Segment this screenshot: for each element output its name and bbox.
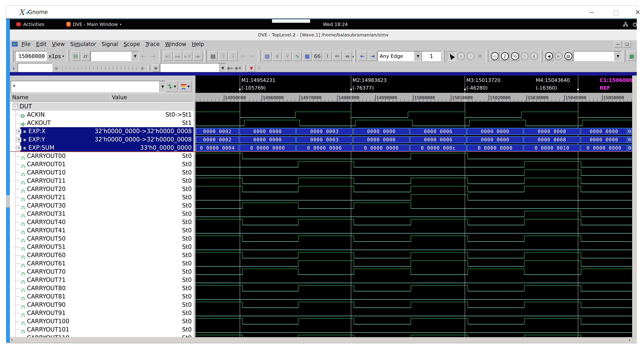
signal-row-carryout10[interactable]: CARRYOUT10St0 [10,169,194,177]
menu-signal[interactable]: Signal [102,41,118,47]
move-up-icon[interactable]: ↥ [218,51,228,61]
brkpt-bus-icon[interactable]: { } [100,65,107,72]
mdi-restore-button[interactable]: ❏ [623,41,631,48]
breakpoint-icon[interactable]: ● [139,65,146,72]
menu-help[interactable]: Help [192,41,204,47]
scope-row-dut[interactable]: DUT− [10,102,194,111]
signal-row-carryout71[interactable]: CARRYOUT71St0 [10,276,194,284]
value-column-header[interactable]: Value [110,93,194,102]
collapse-icon[interactable]: − [13,104,18,109]
waveform-panel[interactable]: M1:14954231(-105769)M2:14983623(-76377)M… [196,76,632,337]
scroll-left-icon[interactable]: ‹ [11,337,13,342]
next-view-icon[interactable]: ▶ [554,52,563,61]
clear-track-icon[interactable]: ⊕✕ [234,65,242,72]
view-combo[interactable]: ▼ [574,51,622,61]
zoom-out-icon[interactable]: − [466,52,475,61]
signal-row-carryout110[interactable]: CARRYOUT110St0 [10,334,194,337]
brkpt-edge-icon[interactable]: { } [108,65,115,72]
menu-simulator[interactable]: Simulator [70,41,96,47]
goto-time-input[interactable] [18,63,52,73]
pointer-tool-icon[interactable] [447,51,456,61]
signal-row-ackin[interactable]: ACKINSt0->St1 [10,111,194,119]
signal-row-carryout21[interactable]: CARRYOUT21St0 [10,193,194,202]
breakpoint-disable-icon[interactable]: ● [53,65,60,72]
power-icon[interactable] [632,19,638,30]
signal-row-exp:y[interactable]: EXP:Y32'h0000_0000->32'h0000_0008+ [10,135,194,144]
next-edge-icon[interactable]: ⇥ [368,51,377,61]
view-list-icon[interactable]: ▤ [564,51,573,61]
move-down-icon[interactable]: ↧ [228,51,238,61]
expand-icon[interactable]: + [16,137,22,142]
signal-row-ackout[interactable]: ACKOUTSt1 [10,119,194,127]
left-border-handle[interactable] [6,195,10,207]
signal-row-carryout90[interactable]: CARRYOUT90St0 [10,301,194,309]
app-menu-button[interactable]: DVE - Main Window ▾ [66,19,122,30]
activities-button[interactable]: Activities [16,19,44,30]
brkpt-minus-icon[interactable]: { } [84,65,91,72]
track-signal-icon[interactable]: ⊕▾ [152,64,160,72]
zoom-fit-icon[interactable]: ▭ [490,51,500,61]
show-schedule-icon[interactable]: ▦▾ [303,51,312,61]
signal-row-carryout101[interactable]: CARRYOUT101St0 [10,325,194,334]
brkpt-time-icon[interactable]: { } [92,65,99,72]
menu-view[interactable]: View [52,41,65,47]
show-source-icon[interactable]: 66▾ [313,51,322,61]
signal-display-button[interactable]: ▼ [179,81,192,92]
reload-icon[interactable]: ↻ [256,65,263,72]
brkpt-cond-icon[interactable]: { } [68,65,76,72]
edge-mode-combo[interactable]: Any Edge▼ [378,51,422,61]
find-next-icon[interactable]: → [149,52,157,61]
show-wave-icon[interactable]: ∿▾ [292,51,302,61]
name-column-header[interactable]: Name [10,93,112,102]
signal-row-carryout30[interactable]: CARRYOUT30St0 [10,202,194,210]
signal-row-carryout11[interactable]: CARRYOUT11St0 [10,177,194,185]
menu-scope[interactable]: Scope [124,41,140,47]
copy-icon[interactable]: ▤ [208,51,218,61]
previous-edge-icon[interactable]: ⇤ [358,51,367,61]
brkpt-scope1-icon[interactable]: { } [116,65,122,72]
forward-icon[interactable]: ⇨ [248,52,256,61]
signal-row-carryout61[interactable]: CARRYOUT61St0 [10,259,194,268]
clock[interactable]: Wed 18:24 [323,19,348,30]
find-previous-icon[interactable]: ← [139,52,148,61]
show-path-icon[interactable]: ⌇ [323,51,332,61]
signal-row-carryout91[interactable]: CARRYOUT91St0 [10,309,194,317]
chevron-down-icon[interactable]: ▼ [159,81,166,92]
menu-file[interactable]: File [22,41,30,47]
expand-icon[interactable]: + [16,129,22,134]
brkpt-plus-icon[interactable]: { } [76,65,83,72]
show-fanout-icon[interactable]: ⑂ [282,51,292,61]
zoom-half-icon[interactable]: ½ [510,51,519,61]
pan-tool-icon[interactable]: ✥ [476,52,484,61]
signal-row-carryout41[interactable]: CARRYOUT41St0 [10,226,194,235]
zoom-selection-icon[interactable]: ▫ [520,52,529,61]
horizontal-scrollbar[interactable]: ‹ › [10,337,637,343]
drive-z-icon[interactable]: ▸▸ [173,51,182,61]
drive-x-icon[interactable]: ▸| [163,51,172,61]
signal-row-carryout80[interactable]: CARRYOUT80St0 [10,284,194,292]
signal-row-carryout01[interactable]: CARRYOUT01St0 [10,160,194,169]
reorder-signals-button[interactable]: ▼ [165,81,178,92]
show-list-icon[interactable]: ▤ [262,51,272,61]
force-icon[interactable]: ◂▸ [193,51,202,61]
release-icon[interactable]: ▸✕ [183,51,192,61]
zoom-2x-icon[interactable]: 2 [500,51,509,61]
maximize-button[interactable]: ▢ [612,8,620,16]
goto-time-icon[interactable]: ↓ [10,65,17,72]
search-icon[interactable]: ⌭ [81,51,90,61]
add-signal-group-icon[interactable]: ⊟ [71,51,80,61]
signal-row-exp:sum[interactable]: EXP:SUM33'h0_0000_0000+ [10,144,194,152]
menu-trace[interactable]: Trace [145,41,160,47]
signal-row-carryout40[interactable]: CARRYOUT40St0 [10,218,194,226]
brkpt-line-icon[interactable]: { } [61,65,68,72]
scroll-right-icon[interactable]: › [629,337,630,342]
signal-row-carryout60[interactable]: CARRYOUT60St0 [10,251,194,259]
zoom-in-icon[interactable]: + [457,52,465,61]
time-unit-select[interactable]: x1ps▾ [47,53,65,59]
signal-row-carryout70[interactable]: CARRYOUT70St0 [10,268,194,276]
close-button[interactable]: ✕ [634,8,642,16]
mdi-minimize-button[interactable]: — [614,41,622,48]
signal-row-carryout51[interactable]: CARRYOUT51St0 [10,243,194,251]
menu-edit[interactable]: Edit [36,41,46,47]
search-combo[interactable]: ▼ [90,51,139,61]
